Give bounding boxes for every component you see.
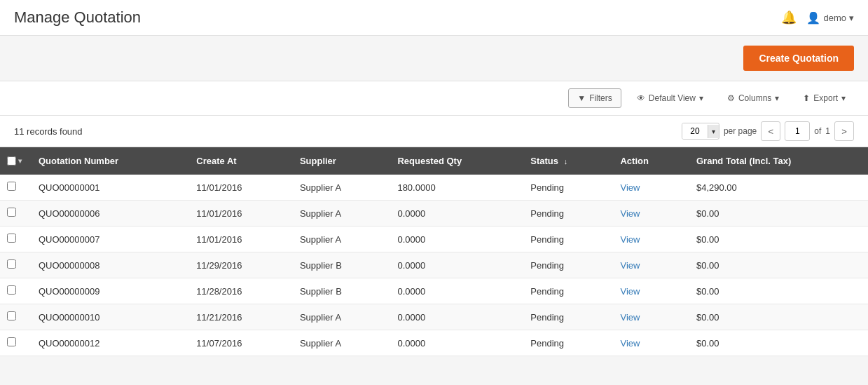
cell-create-at: 11/07/2016: [186, 330, 290, 356]
records-count: 11 records found: [14, 126, 83, 137]
total-pages: 1: [825, 126, 830, 136]
cell-quotation-number: QUO00000006: [29, 201, 186, 227]
table-row: QUO00000001 11/01/2016 Supplier A 180.00…: [0, 175, 868, 201]
cell-requested-qty: 0.0000: [387, 252, 521, 278]
filter-funnel-icon: ▼: [577, 93, 586, 103]
cell-supplier: Supplier A: [290, 330, 388, 356]
cell-create-at: 11/28/2016: [186, 278, 290, 304]
user-icon: 👤: [806, 11, 820, 25]
cell-create-at: 11/01/2016: [186, 227, 290, 252]
cell-action: View: [610, 201, 687, 227]
view-link[interactable]: View: [620, 260, 640, 271]
header-checkbox-col: ▾: [0, 147, 29, 175]
col-status[interactable]: Status ↓: [521, 147, 610, 175]
next-page-button[interactable]: >: [834, 121, 854, 141]
cell-create-at: 11/29/2016: [186, 252, 290, 278]
columns-caret-icon: ▾: [775, 93, 779, 103]
cell-grand-total: $0.00: [687, 227, 868, 252]
table-row: QUO00000012 11/07/2016 Supplier A 0.0000…: [0, 330, 868, 356]
per-page-input[interactable]: [682, 123, 708, 139]
quotation-table: ▾ Quotation Number Create At Supplier Re…: [0, 147, 868, 356]
row-checkbox[interactable]: [7, 182, 16, 191]
row-checkbox-cell: [0, 227, 29, 252]
filters-label: Filters: [589, 93, 612, 103]
cell-status: Pending: [521, 304, 610, 330]
cell-supplier: Supplier A: [290, 201, 388, 227]
view-caret-icon: ▾: [699, 93, 703, 103]
view-link[interactable]: View: [620, 208, 640, 219]
table-row: QUO00000008 11/29/2016 Supplier B 0.0000…: [0, 252, 868, 278]
col-action: Action: [610, 147, 687, 175]
cell-quotation-number: QUO00000008: [29, 252, 186, 278]
export-icon: ⬆: [803, 93, 810, 103]
export-label: Export: [813, 93, 838, 103]
cell-create-at: 11/01/2016: [186, 175, 290, 201]
status-sort-icon: ↓: [564, 157, 568, 166]
select-all-checkbox[interactable]: [7, 156, 16, 166]
cell-supplier: Supplier A: [290, 304, 388, 330]
cell-status: Pending: [521, 227, 610, 252]
default-view-label: Default View: [649, 93, 696, 103]
export-caret-icon: ▾: [841, 93, 846, 103]
col-quotation-number: Quotation Number: [29, 147, 186, 175]
user-menu[interactable]: 👤 demo ▾: [806, 11, 854, 25]
header-checkbox-chevron[interactable]: ▾: [18, 157, 22, 165]
user-caret-icon: ▾: [849, 13, 854, 23]
records-bar: 11 records found ▾ per page < of 1 >: [0, 116, 868, 147]
cell-requested-qty: 0.0000: [387, 227, 521, 252]
view-link[interactable]: View: [620, 286, 640, 297]
default-view-button[interactable]: 👁 Default View ▾: [628, 89, 712, 107]
header: Manage Quotation 🔔 👤 demo ▾: [0, 0, 868, 36]
view-link[interactable]: View: [620, 312, 640, 323]
per-page-dropdown-icon[interactable]: ▾: [708, 125, 719, 138]
cell-status: Pending: [521, 201, 610, 227]
per-page-label: per page: [724, 126, 757, 136]
cell-create-at: 11/21/2016: [186, 304, 290, 330]
filters-button[interactable]: ▼ Filters: [568, 88, 621, 108]
gear-icon: ⚙: [727, 93, 735, 103]
current-page-input[interactable]: [785, 121, 810, 141]
cell-quotation-number: QUO00000007: [29, 227, 186, 252]
row-checkbox[interactable]: [7, 234, 16, 243]
cell-status: Pending: [521, 175, 610, 201]
row-checkbox[interactable]: [7, 259, 16, 269]
cell-grand-total: $0.00: [687, 304, 868, 330]
row-checkbox[interactable]: [7, 208, 16, 217]
cell-status: Pending: [521, 330, 610, 356]
bell-icon[interactable]: 🔔: [781, 10, 797, 25]
cell-action: View: [610, 278, 687, 304]
row-checkbox[interactable]: [7, 311, 16, 320]
col-supplier: Supplier: [290, 147, 388, 175]
row-checkbox[interactable]: [7, 337, 16, 346]
columns-label: Columns: [738, 93, 771, 103]
prev-page-button[interactable]: <: [761, 121, 780, 141]
view-link[interactable]: View: [620, 182, 640, 193]
cell-grand-total: $0.00: [687, 330, 868, 356]
cell-quotation-number: QUO00000001: [29, 175, 186, 201]
cell-quotation-number: QUO00000012: [29, 330, 186, 356]
export-button[interactable]: ⬆ Export ▾: [794, 89, 854, 107]
cell-grand-total: $0.00: [687, 252, 868, 278]
row-checkbox-cell: [0, 278, 29, 304]
row-checkbox[interactable]: [7, 285, 16, 295]
per-page-select[interactable]: ▾: [682, 123, 719, 140]
cell-status: Pending: [521, 278, 610, 304]
eye-icon: 👁: [637, 93, 645, 103]
columns-button[interactable]: ⚙ Columns ▾: [719, 89, 787, 107]
cell-action: View: [610, 304, 687, 330]
pagination: ▾ per page < of 1 >: [682, 121, 854, 141]
col-requested-qty: Requested Qty: [387, 147, 521, 175]
view-link[interactable]: View: [620, 338, 640, 349]
table-row: QUO00000009 11/28/2016 Supplier B 0.0000…: [0, 278, 868, 304]
cell-supplier: Supplier A: [290, 175, 388, 201]
page-title: Manage Quotation: [14, 8, 141, 27]
table-body: QUO00000001 11/01/2016 Supplier A 180.00…: [0, 175, 868, 356]
cell-requested-qty: 0.0000: [387, 278, 521, 304]
user-label: demo: [823, 13, 846, 23]
main-content: ▾ Quotation Number Create At Supplier Re…: [0, 147, 868, 356]
view-link[interactable]: View: [620, 234, 640, 245]
header-right: 🔔 👤 demo ▾: [781, 10, 854, 25]
cell-action: View: [610, 227, 687, 252]
create-quotation-button[interactable]: Create Quotation: [743, 46, 854, 71]
table-row: QUO00000006 11/01/2016 Supplier A 0.0000…: [0, 201, 868, 227]
